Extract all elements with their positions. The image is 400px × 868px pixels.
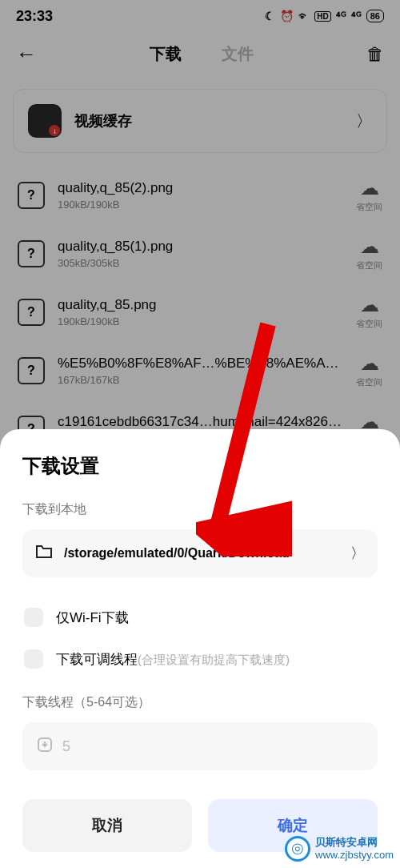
thread-range-label: 下载线程（5-64可选）	[22, 694, 378, 711]
adjustable-threads-row[interactable]: 下载可调线程(合理设置有助提高下载速度)	[22, 638, 378, 680]
chevron-right-icon: 〉	[350, 544, 365, 563]
wifi-only-row[interactable]: 仅Wi-Fi下载	[22, 597, 378, 638]
svg-line-0	[216, 324, 268, 532]
watermark-url: www.zjbstyy.com	[315, 849, 394, 862]
annotation-arrow	[196, 316, 292, 560]
folder-icon	[35, 545, 53, 562]
wifi-only-label: 仅Wi-Fi下载	[56, 609, 129, 627]
watermark-icon: ◎	[285, 836, 310, 862]
wifi-only-checkbox[interactable]	[24, 608, 43, 627]
thread-count-input[interactable]: 5	[22, 722, 378, 770]
download-icon	[37, 737, 53, 756]
threads-checkbox[interactable]	[24, 649, 43, 669]
threads-label: 下载可调线程(合理设置有助提高下载速度)	[56, 650, 290, 669]
thread-count-value: 5	[62, 738, 70, 755]
watermark-title: 贝斯特安卓网	[315, 836, 394, 849]
watermark: ◎ 贝斯特安卓网 www.zjbstyy.com	[285, 836, 394, 862]
cancel-button[interactable]: 取消	[22, 799, 192, 852]
